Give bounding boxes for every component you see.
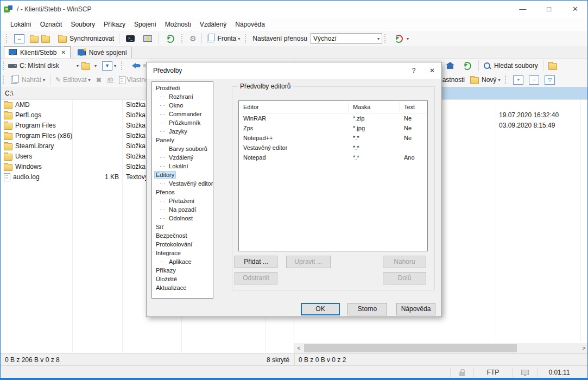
title-bar[interactable]: / - Klienti/Stebb - WinSCP — □ ✕ xyxy=(1,1,587,18)
tree-item[interactable]: Aplikace xyxy=(152,257,213,266)
tree-item[interactable]: Průzkumník xyxy=(152,118,213,127)
tree-item[interactable]: Okno xyxy=(152,101,213,110)
editor-row[interactable]: Zps *.jpg Ne xyxy=(239,123,427,133)
toolbar-grip[interactable] xyxy=(245,34,248,43)
selection-filter-button[interactable]: ▽ xyxy=(542,74,557,86)
delete-button[interactable]: ✖ xyxy=(93,75,104,85)
folder-link-button[interactable] xyxy=(546,61,562,71)
queue-button[interactable]: Fronta▾ xyxy=(205,34,243,43)
synchronize-button[interactable]: Synchronizovat xyxy=(56,34,116,44)
dialog-title-bar[interactable]: Předvolby ? ✕ xyxy=(147,62,441,79)
edit-button[interactable]: ✎Editovat▾ xyxy=(53,75,92,85)
new-label: Nový xyxy=(482,76,496,84)
tree-item[interactable]: Jazyky xyxy=(152,127,213,136)
menu-item[interactable]: Spojení xyxy=(130,19,161,30)
scroll-right-icon[interactable]: > xyxy=(579,343,588,353)
tree-item[interactable]: Aktualizace xyxy=(152,283,213,292)
transfer-preset-combo[interactable]: Výchozí ▾ xyxy=(311,33,382,44)
tree-item[interactable]: Barvy souborů xyxy=(152,144,213,153)
maximize-button[interactable]: □ xyxy=(537,1,561,17)
toolbar-grip[interactable] xyxy=(3,61,6,70)
toolbar-grip[interactable] xyxy=(384,34,388,43)
editor-row[interactable]: Notepad++ *.* Ne xyxy=(239,133,427,143)
compare-panels-button[interactable]: ↔ xyxy=(12,33,27,45)
dialog-help-icon[interactable]: ? xyxy=(404,63,423,78)
horizontal-scrollbar[interactable]: < > xyxy=(294,343,588,353)
tree-item[interactable]: Editory xyxy=(152,170,213,179)
tree-item[interactable]: Síť xyxy=(152,223,213,231)
tree-item[interactable]: Protokolování xyxy=(152,240,213,249)
tree-item[interactable]: Lokální xyxy=(152,162,213,170)
up-button[interactable]: Nahoru xyxy=(383,256,426,268)
tree-item[interactable]: Vzdálený xyxy=(152,153,213,162)
editor-row[interactable]: Vestavěný editor *.* xyxy=(239,143,427,153)
preferences-button[interactable]: ⚙ xyxy=(187,33,199,44)
column-editor[interactable]: Editor xyxy=(243,101,259,113)
tree-item[interactable]: Na pozadí xyxy=(152,205,213,214)
tab-klienti-stebb[interactable]: Klienti/Stebb ✕ xyxy=(4,46,71,58)
tree-item[interactable]: Přenos xyxy=(152,188,213,197)
scrollbar-thumb[interactable] xyxy=(304,344,517,352)
menu-item[interactable]: Označit xyxy=(36,19,67,30)
menu-item[interactable]: Vzdálený xyxy=(195,19,231,30)
protocol-cell[interactable]: FTP xyxy=(473,368,512,377)
header-gridline xyxy=(400,102,400,112)
column-text[interactable]: Text xyxy=(404,101,415,113)
tree-item[interactable]: Přetažení xyxy=(152,197,213,205)
toolbar-grip[interactable] xyxy=(121,61,124,70)
tree-item[interactable]: Odolnost xyxy=(152,214,213,223)
tree-item[interactable]: Bezpečnost xyxy=(152,231,213,240)
open-terminal-button[interactable]: >_ xyxy=(122,34,138,43)
tree-item[interactable]: Commander xyxy=(152,110,213,118)
toolbar-grip[interactable] xyxy=(6,34,9,43)
find-files-button[interactable]: Hledat soubory xyxy=(482,61,540,71)
tab-close-icon[interactable]: ✕ xyxy=(61,49,65,55)
editor-row[interactable]: Notepad *.* Ano xyxy=(239,153,427,162)
toolbar-grip[interactable] xyxy=(505,75,508,84)
synchronize-browsing-button[interactable] xyxy=(28,34,55,44)
select-button[interactable]: + xyxy=(511,74,526,86)
dialog-close-icon[interactable]: ✕ xyxy=(423,63,441,78)
refresh-button[interactable] xyxy=(162,34,179,44)
open-console-button[interactable]: ⚡ xyxy=(140,34,156,43)
back-button[interactable]: ▾ xyxy=(127,62,143,69)
close-button[interactable]: ✕ xyxy=(563,1,587,17)
tree-item[interactable]: Prostředí xyxy=(152,84,213,92)
upload-button[interactable]: Nahrát▾ xyxy=(9,75,47,85)
tree-item[interactable]: Rozhraní xyxy=(152,92,213,101)
menu-item[interactable]: Soubory xyxy=(66,19,99,30)
scroll-left-icon[interactable]: < xyxy=(294,343,304,353)
ok-button[interactable]: OK xyxy=(301,303,340,315)
filter-button[interactable]: ▼▾ xyxy=(100,60,118,72)
tree-item[interactable]: Panely xyxy=(152,136,213,144)
refresh-remote-button[interactable] xyxy=(459,61,476,71)
column-mask[interactable]: Maska xyxy=(353,101,370,113)
tab-new-session[interactable]: Nové spojení xyxy=(73,47,132,58)
protocol-label: FTP xyxy=(487,369,500,376)
toolbar-grip[interactable] xyxy=(181,34,185,43)
help-button[interactable]: Nápověda xyxy=(396,303,435,315)
minimize-button[interactable]: — xyxy=(510,1,535,17)
down-button[interactable]: Dolů xyxy=(383,272,426,284)
home-button[interactable] xyxy=(442,61,458,70)
menu-item[interactable]: Nápověda xyxy=(231,19,269,30)
menu-item[interactable]: Příkazy xyxy=(99,19,130,30)
rename-button[interactable]: ab xyxy=(105,75,115,84)
toolbar-grip[interactable] xyxy=(3,75,6,84)
drive-selector[interactable]: C: Místní disk ▾ xyxy=(8,62,79,69)
remove-button[interactable]: Odstranit xyxy=(235,272,277,284)
cancel-button[interactable]: Storno xyxy=(347,303,387,315)
unselect-button[interactable]: − xyxy=(527,74,541,86)
edit-button[interactable]: Upravit ... xyxy=(286,256,331,268)
menu-item[interactable]: Lokální xyxy=(6,19,36,30)
tree-item[interactable]: Úložiště xyxy=(152,275,213,283)
tree-item[interactable]: Integrace xyxy=(152,249,213,257)
new-button[interactable]: Nový▾ xyxy=(468,75,502,85)
open-directory-button[interactable]: ▾ xyxy=(79,61,99,71)
menu-item[interactable]: Možnosti xyxy=(161,19,195,30)
tree-item[interactable]: Vestavěný editor xyxy=(152,179,213,188)
tree-item[interactable]: Příkazy xyxy=(152,266,213,275)
editor-row[interactable]: WinRAR *.zip Ne xyxy=(239,113,427,123)
add-button[interactable]: Přidat ... xyxy=(235,256,277,268)
transfer-preset-cycle-button[interactable]: ▾ xyxy=(390,34,411,44)
